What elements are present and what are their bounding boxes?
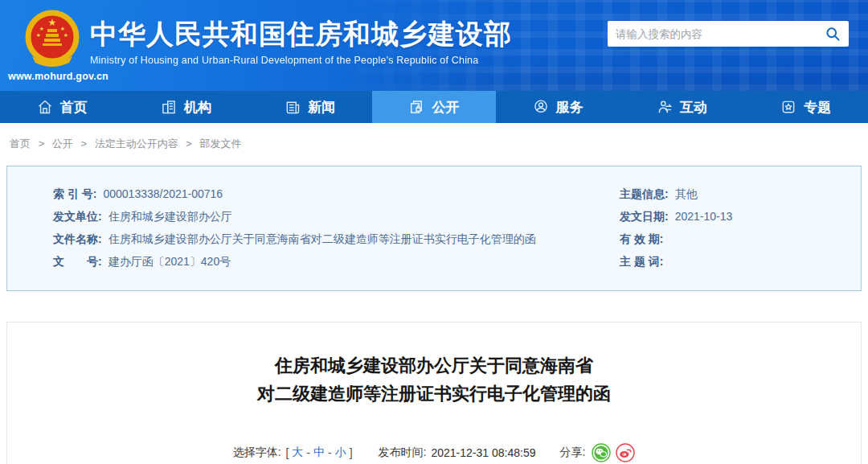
- font-size-small-link[interactable]: 小: [335, 446, 346, 460]
- share-group: 分享:: [559, 443, 635, 462]
- info-label: 文 号:: [53, 253, 102, 269]
- article-title-line2: 对二级建造师等注册证书实行电子化管理的函: [257, 384, 611, 404]
- document-info-box: 索 引 号: 000013338/2021-00716 发文单位: 住房和城乡建…: [6, 166, 862, 291]
- service-icon: [533, 99, 549, 115]
- site-title-block: 中华人民共和国住房和城乡建设部 Ministry of Housing and …: [90, 18, 512, 66]
- article-content-box: 住房和城乡建设部办公厅关于同意海南省 对二级建造师等注册证书实行电子化管理的函 …: [6, 322, 862, 464]
- national-emblem-logo: ★ ★ ★ ★ ★: [23, 10, 82, 71]
- interaction-icon: [657, 99, 673, 115]
- site-title: 中华人民共和国住房和城乡建设部: [90, 18, 512, 50]
- nav-label: 互动: [680, 98, 707, 117]
- info-value: 其他: [675, 186, 698, 202]
- svg-text:★: ★: [63, 32, 68, 38]
- topics-icon: [780, 99, 796, 115]
- info-row-issuing-unit: 发文单位: 住房和城乡建设部办公厅: [53, 208, 620, 224]
- nav-item-disclosure[interactable]: 公开: [372, 91, 496, 123]
- nav-item-news[interactable]: 新闻: [248, 91, 372, 123]
- font-size-separator: -: [306, 446, 310, 459]
- info-row-keywords: 主 题 词:: [620, 253, 861, 269]
- nav-item-interaction[interactable]: 互动: [620, 91, 743, 123]
- info-column-right: 主题信息: 其他 发文日期: 2021-10-13 有 效 期: 主 题 词:: [620, 186, 861, 269]
- breadcrumb-separator: >: [80, 138, 87, 150]
- info-value: 000013338/2021-00716: [103, 186, 223, 202]
- font-size-separator: -: [328, 446, 332, 459]
- info-row-issue-date: 发文日期: 2021-10-13: [620, 208, 861, 224]
- info-label: 文件名称:: [53, 231, 102, 247]
- site-subtitle-english: Ministry of Housing and Urban-Rural Deve…: [90, 55, 512, 66]
- search-box: [608, 21, 849, 47]
- info-row-topic-info: 主题信息: 其他: [620, 186, 861, 202]
- breadcrumb-item-ministry-documents[interactable]: 部发文件: [200, 138, 242, 150]
- news-icon: [285, 99, 301, 115]
- breadcrumb-item-disclosure[interactable]: 公开: [52, 138, 73, 150]
- font-size-selector: 选择字体: [ 大 - 中 - 小 ]: [233, 446, 354, 460]
- svg-text:★: ★: [60, 26, 65, 31]
- info-value: 建办厅函〔2021〕420号: [108, 253, 231, 269]
- breadcrumb: 首页 > 公开 > 法定主动公开内容 > 部发文件: [0, 123, 868, 166]
- breadcrumb-item-statutory-content[interactable]: 法定主动公开内容: [95, 138, 178, 150]
- nav-label: 首页: [60, 98, 88, 117]
- share-label: 分享:: [559, 446, 585, 460]
- bracket-open: [: [285, 446, 289, 459]
- article-title: 住房和城乡建设部办公厅关于同意海南省 对二级建造师等注册证书实行电子化管理的函: [7, 351, 861, 408]
- nav-label: 服务: [556, 98, 583, 117]
- weibo-share-icon[interactable]: [616, 443, 635, 462]
- article-title-line1: 住房和城乡建设部办公厅关于同意海南省: [275, 355, 593, 376]
- nav-label: 机构: [184, 98, 211, 117]
- info-label: 发文日期:: [620, 208, 669, 224]
- breadcrumb-separator: >: [186, 138, 192, 150]
- nav-item-organization[interactable]: 机构: [124, 91, 248, 123]
- info-label: 有 效 期:: [620, 231, 663, 247]
- info-value: 2021-10-13: [675, 208, 733, 224]
- nav-item-topics[interactable]: 专题: [744, 91, 868, 123]
- organization-icon: [161, 99, 177, 115]
- page: ★ ★ ★ ★ ★ www.mohurd.gov.cn 中华人民共和国住房和城乡…: [0, 0, 868, 464]
- share-icons: [592, 443, 635, 462]
- font-selector-label: 选择字体:: [233, 446, 281, 460]
- nav-label: 公开: [432, 98, 459, 117]
- site-url: www.mohurd.gov.cn: [8, 71, 108, 82]
- font-size-medium-link[interactable]: 中: [313, 446, 325, 460]
- svg-text:★: ★: [48, 17, 57, 28]
- wechat-share-icon[interactable]: [592, 443, 611, 462]
- nav-item-service[interactable]: 服务: [496, 91, 620, 123]
- info-label: 主题信息:: [620, 186, 669, 202]
- disclosure-icon: [408, 99, 424, 115]
- breadcrumb-item-home[interactable]: 首页: [10, 138, 31, 150]
- search-input[interactable]: [616, 28, 825, 40]
- main-nav: 首页 机构 新闻: [0, 91, 868, 123]
- svg-text:★: ★: [39, 26, 44, 31]
- info-row-index-number: 索 引 号: 000013338/2021-00716: [53, 186, 620, 202]
- font-size-large-link[interactable]: 大: [292, 446, 303, 460]
- svg-text:★: ★: [36, 32, 41, 38]
- info-label: 发文单位:: [53, 208, 102, 224]
- info-column-left: 索 引 号: 000013338/2021-00716 发文单位: 住房和城乡建…: [7, 186, 620, 269]
- nav-item-home[interactable]: 首页: [0, 91, 124, 123]
- info-value: 住房和城乡建设部办公厅: [108, 208, 232, 224]
- info-row-document-name: 文件名称: 住房和城乡建设部办公厅关于同意海南省对二级建造师等注册证书实行电子化…: [53, 231, 620, 247]
- breadcrumb-separator: >: [39, 138, 45, 150]
- publish-time-value: 2021-12-31 08:48:59: [431, 446, 535, 459]
- bracket-close: ]: [350, 446, 353, 459]
- info-label: 主 题 词:: [620, 253, 663, 269]
- article-meta-row: 选择字体: [ 大 - 中 - 小 ] 发布时间: 2021-12-31 08:…: [7, 443, 861, 462]
- nav-label: 新闻: [308, 98, 335, 117]
- info-label: 索 引 号:: [53, 186, 96, 202]
- info-row-document-number: 文 号: 建办厅函〔2021〕420号: [53, 253, 620, 269]
- publish-time: 发布时间: 2021-12-31 08:48:59: [379, 446, 536, 460]
- publish-time-label: 发布时间:: [379, 446, 427, 460]
- nav-label: 专题: [804, 98, 831, 117]
- search-icon[interactable]: [825, 26, 841, 42]
- info-row-validity: 有 效 期:: [620, 231, 861, 247]
- info-value: 住房和城乡建设部办公厅关于同意海南省对二级建造师等注册证书实行电子化管理的函: [108, 231, 536, 247]
- site-header: ★ ★ ★ ★ ★ www.mohurd.gov.cn 中华人民共和国住房和城乡…: [0, 0, 868, 91]
- home-icon: [37, 99, 53, 115]
